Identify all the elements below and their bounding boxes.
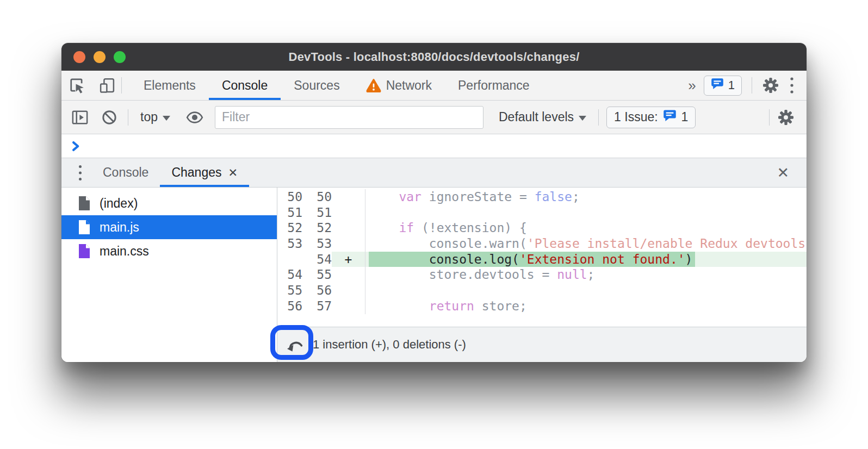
inspect-element-icon[interactable]	[61, 77, 93, 93]
file-icon	[78, 195, 91, 211]
javascript-context-dropdown[interactable]: top	[136, 110, 175, 124]
tab-sources[interactable]: Sources	[281, 71, 352, 100]
tab-close-icon[interactable]: ✕	[228, 166, 238, 179]
diff-view: 5050 var ignoreState = false;51515252 if…	[277, 188, 807, 327]
chevron-down-icon	[163, 116, 170, 121]
log-levels-dropdown[interactable]: Default levels	[494, 110, 591, 124]
issues-button[interactable]: 1 Issue: 1	[606, 107, 696, 128]
code-line	[365, 205, 807, 221]
diff-marker	[332, 267, 365, 283]
new-line-number: 56	[302, 283, 332, 298]
drawer-tab-console[interactable]: Console	[91, 158, 160, 187]
issue-bubble-icon	[663, 109, 677, 126]
filter-input[interactable]	[215, 106, 483, 129]
file-item-main.js[interactable]: main.js	[61, 215, 277, 239]
console-settings-gear-icon[interactable]	[777, 109, 795, 126]
diff-status-bar: 1 insertion (+), 0 deletions (-)	[277, 327, 807, 362]
message-badge-count: 1	[728, 78, 735, 92]
tab-network[interactable]: Network	[353, 71, 445, 100]
file-item-main.css[interactable]: main.css	[61, 239, 277, 263]
new-line-number: 57	[302, 298, 332, 314]
show-console-sidebar-icon[interactable]	[69, 110, 91, 125]
changed-files-list: (index)main.jsmain.css	[61, 188, 277, 327]
code-line: var ignoreState = false;	[365, 189, 807, 205]
old-line-number: 51	[277, 205, 302, 221]
clear-console-icon[interactable]	[98, 110, 120, 125]
old-line-number: 55	[277, 283, 302, 298]
file-name: (index)	[100, 196, 138, 211]
old-line-number	[277, 252, 302, 267]
settings-gear-icon[interactable]	[762, 77, 779, 94]
status-row: 1 insertion (+), 0 deletions (-)	[61, 327, 807, 362]
console-messages-badge[interactable]: 1	[704, 76, 742, 96]
tab-label: Elements	[144, 78, 196, 93]
diff-row: 5657 return store;	[277, 298, 807, 314]
old-line-number: 54	[277, 267, 302, 283]
console-toolbar: top Default levels 1 Issue: 1	[61, 101, 807, 134]
toolbar-divider	[752, 77, 752, 93]
tab-elements[interactable]: Elements	[131, 71, 209, 100]
diff-row: 5455 store.devtools = null;	[277, 267, 807, 283]
toolbar-divider	[598, 109, 599, 126]
message-bubble-icon	[711, 78, 724, 93]
chevron-down-icon	[579, 116, 586, 121]
new-line-number: 50	[302, 189, 332, 205]
drawer-tab-label: Console	[103, 165, 148, 180]
diff-marker	[332, 298, 365, 314]
tab-label: Performance	[458, 78, 530, 93]
tab-performance[interactable]: Performance	[445, 71, 543, 100]
devtools-window: DevTools - localhost:8080/docs/devtools/…	[61, 43, 807, 362]
title-bar: DevTools - localhost:8080/docs/devtools/…	[61, 43, 807, 71]
main-menu-kebab-icon[interactable]	[789, 76, 795, 95]
tab-label: Sources	[294, 78, 339, 93]
window-title: DevTools - localhost:8080/docs/devtools/…	[61, 50, 807, 64]
tab-console[interactable]: Console	[209, 71, 281, 100]
new-line-number: 53	[302, 236, 332, 252]
code-line: return store;	[365, 298, 807, 314]
toolbar-divider	[121, 77, 122, 93]
live-expression-eye-icon[interactable]	[182, 110, 207, 124]
main-toolbar: ElementsConsoleSourcesNetworkPerformance…	[61, 71, 807, 101]
file-item-index[interactable]: (index)	[61, 191, 277, 215]
diff-marker	[332, 205, 365, 221]
tab-label: Console	[222, 78, 268, 93]
drawer-tab-changes[interactable]: Changes✕	[160, 158, 249, 187]
toolbar-divider	[769, 109, 770, 126]
console-prompt-chevron-icon	[71, 141, 80, 152]
diff-row: 5050 var ignoreState = false;	[277, 189, 807, 205]
context-label: top	[140, 110, 158, 124]
diff-row: 5353 console.warn('Please install/enable…	[277, 236, 807, 252]
old-line-number: 50	[277, 189, 302, 205]
diff-marker	[332, 220, 365, 236]
drawer-menu-kebab-icon[interactable]	[61, 158, 91, 187]
toolbar-divider	[128, 109, 128, 126]
status-bar-left-spacer	[61, 327, 277, 362]
issues-count: 1	[681, 110, 689, 124]
diff-row: 5556	[277, 283, 807, 298]
tab-label: Network	[386, 78, 432, 93]
device-toolbar-icon[interactable]	[93, 77, 121, 93]
changes-panel: (index)main.jsmain.css 5050 var ignoreSt…	[61, 188, 807, 327]
diff-marker	[332, 236, 365, 252]
new-line-number: 51	[302, 205, 332, 221]
code-line	[365, 283, 807, 298]
code-line: store.devtools = null;	[365, 267, 807, 283]
new-line-number: 52	[302, 220, 332, 236]
file-name: main.js	[100, 220, 139, 235]
more-tabs-icon[interactable]: »	[680, 77, 703, 94]
new-line-number: 55	[302, 267, 332, 283]
new-line-number: 54	[302, 252, 332, 267]
old-line-number: 52	[277, 220, 302, 236]
drawer-tab-strip: ConsoleChanges✕	[91, 158, 249, 187]
drawer-tab-label: Changes	[171, 165, 221, 180]
warning-icon	[366, 78, 381, 92]
console-prompt-row[interactable]	[61, 134, 807, 158]
revert-changes-icon[interactable]	[285, 335, 306, 354]
code-line: if (!extension) {	[365, 220, 807, 236]
diff-marker: +	[332, 252, 365, 267]
diff-marker	[332, 189, 365, 205]
drawer-close-icon[interactable]: ✕	[759, 158, 807, 187]
code-line: console.warn('Please install/enable Redu…	[365, 236, 807, 252]
old-line-number: 53	[277, 236, 302, 252]
code-line: console.log('Extension not found.')	[365, 252, 807, 267]
